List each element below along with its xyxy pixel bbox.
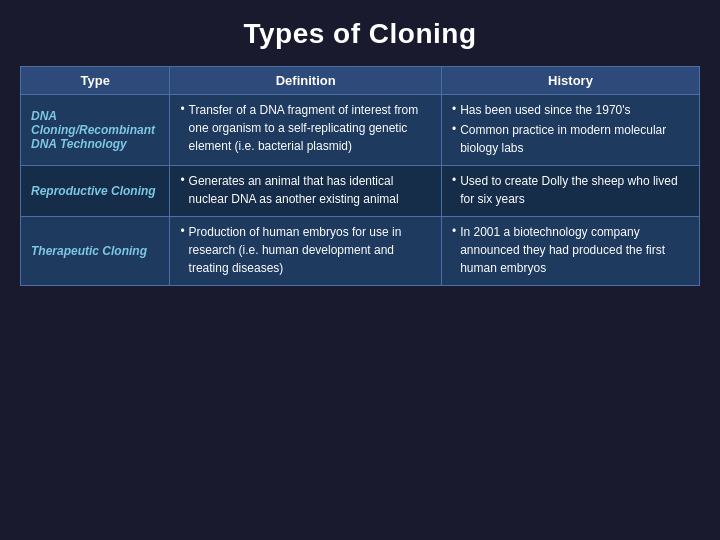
history-cell-0: •Has been used since the 1970's•Common p… (441, 95, 699, 166)
history-text: In 2001 a biotechnology company announce… (460, 223, 689, 277)
history-bullet-item: •Used to create Dolly the sheep who live… (452, 172, 689, 208)
history-bullet-item: •In 2001 a biotechnology company announc… (452, 223, 689, 277)
definition-bullet-item: •Generates an animal that has identical … (180, 172, 431, 208)
history-bullet-item: •Common practice in modern molecular bio… (452, 121, 689, 157)
bullet-icon: • (452, 224, 456, 238)
page-title: Types of Cloning (243, 18, 476, 50)
type-line: Cloning/Recombinant (31, 123, 155, 137)
col-header-history: History (441, 67, 699, 95)
definition-cell-0: •Transfer of a DNA fragment of interest … (170, 95, 442, 166)
bullet-icon: • (452, 122, 456, 136)
type-line: DNA (31, 109, 57, 123)
type-line: DNA Technology (31, 137, 127, 151)
col-header-definition: Definition (170, 67, 442, 95)
bullet-icon: • (180, 173, 184, 187)
history-cell-2: •In 2001 a biotechnology company announc… (441, 217, 699, 286)
definition-cell-2: •Production of human embryos for use in … (170, 217, 442, 286)
type-cell-0: DNACloning/RecombinantDNA Technology (21, 95, 170, 166)
bullet-icon: • (180, 224, 184, 238)
definition-text: Production of human embryos for use in r… (189, 223, 431, 277)
history-text: Has been used since the 1970's (460, 101, 630, 119)
definition-text: Transfer of a DNA fragment of interest f… (189, 101, 431, 155)
definition-bullet-item: •Transfer of a DNA fragment of interest … (180, 101, 431, 155)
type-cell-1: Reproductive Cloning (21, 166, 170, 217)
bullet-icon: • (452, 102, 456, 116)
definition-text: Generates an animal that has identical n… (189, 172, 431, 208)
type-cell-2: Therapeutic Cloning (21, 217, 170, 286)
cloning-table: Type Definition History DNACloning/Recom… (20, 66, 700, 286)
definition-cell-1: •Generates an animal that has identical … (170, 166, 442, 217)
type-line: Therapeutic Cloning (31, 244, 147, 258)
bullet-icon: • (452, 173, 456, 187)
col-header-type: Type (21, 67, 170, 95)
bullet-icon: • (180, 102, 184, 116)
history-bullet-item: •Has been used since the 1970's (452, 101, 689, 119)
history-text: Common practice in modern molecular biol… (460, 121, 689, 157)
history-cell-1: •Used to create Dolly the sheep who live… (441, 166, 699, 217)
type-line: Reproductive Cloning (31, 184, 156, 198)
definition-bullet-item: •Production of human embryos for use in … (180, 223, 431, 277)
history-text: Used to create Dolly the sheep who lived… (460, 172, 689, 208)
